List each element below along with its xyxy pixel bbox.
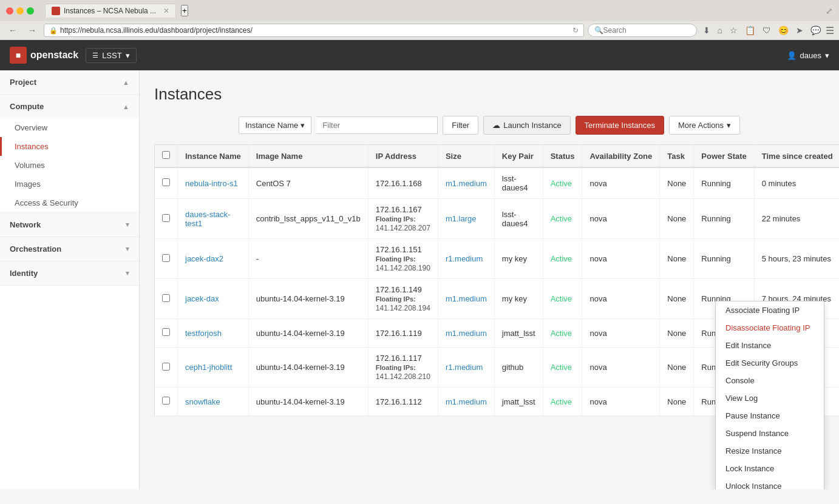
dropdown-item-console[interactable]: Console [716,372,824,389]
col-availability-zone: Availability Zone [582,145,660,168]
filter-button[interactable]: Filter [443,116,478,135]
history-icon[interactable]: 📋 [742,24,758,36]
sidebar: Project ▲ Compute ▲ Overview Instances V… [0,70,140,489]
sidebar-section-header-orchestration[interactable]: Orchestration ▾ [0,237,139,261]
row-checkbox[interactable] [162,214,170,222]
row-task: None [660,319,694,348]
size-link[interactable]: m1.medium [446,294,487,303]
floating-ips-label: Floating IPs: [376,215,416,223]
row-checkbox-cell[interactable] [155,319,178,348]
dropdown-item-view-log[interactable]: View Log [716,389,824,407]
row-checkbox[interactable] [162,328,170,336]
dropdown-item-edit-security-groups[interactable]: Edit Security Groups [716,354,824,372]
row-checkbox[interactable] [162,294,170,302]
row-image-name: ubuntu-14.04-kernel-3.19 [248,388,368,416]
more-actions-button[interactable]: More Actions ▾ [669,116,740,135]
forward-button[interactable]: → [24,24,40,37]
row-key-pair: lsst-daues4 [494,167,543,199]
size-link[interactable]: m1.medium [446,397,487,406]
send-icon[interactable]: ➤ [793,24,806,36]
tab-title: Instances – NCSA Nebula ... [64,7,156,15]
instance-name-link[interactable]: jacek-dax [185,294,219,303]
select-all-header[interactable] [155,145,178,168]
dropdown-item-associate-floating-ip[interactable]: Associate Floating IP [716,301,824,319]
emoji-icon[interactable]: 😊 [776,24,791,36]
size-link[interactable]: m1.large [446,214,477,223]
size-link[interactable]: r1.medium [446,363,483,372]
select-all-checkbox[interactable] [162,151,170,159]
row-checkbox-cell[interactable] [155,388,178,416]
instance-name-link[interactable]: testforjosh [185,329,222,338]
dropdown-item-edit-instance[interactable]: Edit Instance [716,337,824,354]
cloud-icon: ☁ [492,121,500,130]
size-link[interactable]: m1.medium [446,329,487,338]
browser-search-bar[interactable]: 🔍 [588,24,697,37]
launch-instance-button[interactable]: ☁ Launch Instance [483,116,570,135]
user-dropdown[interactable]: 👤 daues ▾ [787,51,829,60]
size-link[interactable]: r1.medium [446,254,483,263]
filter-dropdown[interactable]: Instance Name ▾ [239,116,311,134]
dropdown-item-resize-instance[interactable]: Resize Instance [716,442,824,460]
status-badge: Active [551,294,572,303]
filter-selected-label: Instance Name [245,121,298,130]
menu-icon[interactable]: ☰ [826,25,834,36]
dropdown-item-suspend-instance[interactable]: Suspend Instance [716,425,824,442]
address-bar[interactable]: 🔒 https://nebula.ncsa.illinois.edu/dashb… [44,24,584,37]
tab-close-button[interactable]: ✕ [163,7,169,15]
floating-ip-value: 141.142.208.190 [376,264,430,272]
sidebar-item-instances[interactable]: Instances [0,137,139,156]
instance-name-link[interactable]: jacek-dax2 [185,254,223,263]
resize-icon[interactable]: ⤢ [826,6,833,16]
browser-tab[interactable]: Instances – NCSA Nebula ... ✕ [45,4,176,18]
sidebar-item-overview[interactable]: Overview [0,118,139,137]
row-checkbox[interactable] [162,397,170,405]
row-checkbox-cell[interactable] [155,279,178,319]
bookmark-icon[interactable]: ☆ [727,24,740,36]
chevron-up-icon-compute: ▲ [123,103,129,110]
sidebar-item-access-security[interactable]: Access & Security [0,193,139,212]
maximize-dot[interactable] [27,7,34,15]
row-key-pair: my key [494,239,543,279]
instance-name-link[interactable]: nebula-intro-s1 [185,179,238,188]
sidebar-item-volumes[interactable]: Volumes [0,156,139,175]
row-checkbox-cell[interactable] [155,239,178,279]
row-ip-address: 172.16.1.167Floating IPs:141.142.208.207 [368,199,438,239]
main-content: Instances Instance Name ▾ Filter ☁ Launc… [140,70,839,489]
status-badge: Active [551,254,572,263]
dropdown-item-disassociate-floating-ip[interactable]: Disassociate Floating IP [716,319,824,337]
dropdown-item-unlock-instance[interactable]: Unlock Instance [716,477,824,489]
sidebar-section-header-network[interactable]: Network ▾ [0,213,139,237]
instance-name-link[interactable]: ceph1-jhoblitt [185,363,232,372]
download-icon[interactable]: ⬇ [701,24,713,36]
new-tab-button[interactable]: + [181,5,188,16]
filter-input[interactable] [316,116,438,134]
refresh-button[interactable]: ↻ [572,26,579,35]
ip-address: 172.16.1.119 [376,329,422,338]
row-checkbox-cell[interactable] [155,199,178,239]
home-icon[interactable]: ⌂ [715,24,725,36]
instance-name-link[interactable]: daues-stack-test1 [185,210,230,228]
row-checkbox[interactable] [162,178,170,186]
terminate-instances-button[interactable]: Terminate Instances [576,116,664,135]
row-instance-name: snowflake [178,388,249,416]
back-button[interactable]: ← [5,24,21,37]
sidebar-section-header-compute[interactable]: Compute ▲ [0,95,139,118]
sidebar-item-images[interactable]: Images [0,175,139,193]
row-checkbox[interactable] [162,363,170,371]
minimize-dot[interactable] [16,7,24,15]
dropdown-item-pause-instance[interactable]: Pause Instance [716,407,824,425]
instance-name-link[interactable]: snowflake [185,397,220,406]
chat-icon[interactable]: 💬 [808,24,823,36]
sidebar-section-header-identity[interactable]: Identity ▾ [0,261,139,285]
row-checkbox-cell[interactable] [155,167,178,199]
row-checkbox[interactable] [162,254,170,262]
browser-search-input[interactable] [603,26,688,35]
close-dot[interactable] [6,7,13,15]
sidebar-section-header-project[interactable]: Project ▲ [0,70,139,94]
row-checkbox-cell[interactable] [155,348,178,388]
dropdown-item-lock-instance[interactable]: Lock Instance [716,460,824,477]
shield-icon[interactable]: 🛡 [760,24,773,36]
window-controls [6,7,34,15]
project-dropdown[interactable]: ☰ LSST ▾ [86,48,137,63]
size-link[interactable]: m1.medium [446,179,487,188]
